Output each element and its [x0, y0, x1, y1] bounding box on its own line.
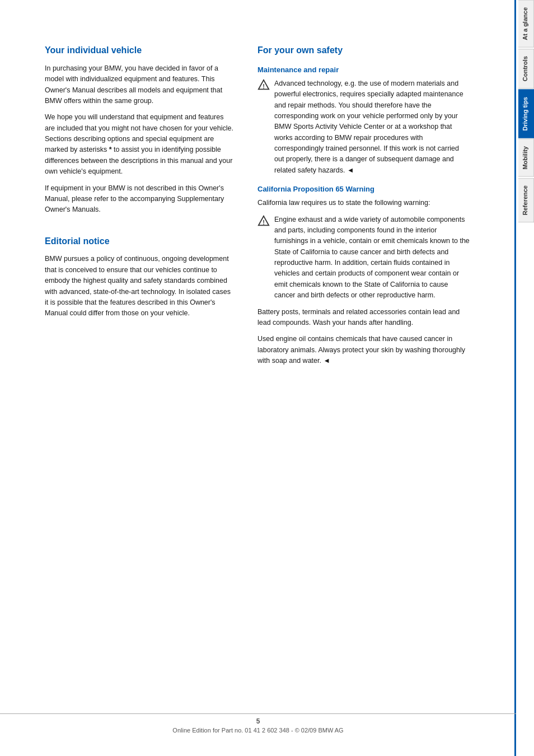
- page-footer: 5 Online Edition for Part no. 01 41 2 60…: [0, 713, 516, 734]
- editorial-notice-title: Editorial notice: [45, 236, 235, 248]
- back-ref-2: ◄: [321, 357, 330, 365]
- svg-text:!: !: [263, 82, 265, 89]
- editorial-notice-section: Editorial notice BMW pursues a policy of…: [45, 236, 235, 319]
- sidebar-tab-at-a-glance[interactable]: At a glance: [518, 0, 534, 48]
- warning-triangle-icon-2: !: [257, 215, 270, 227]
- maintenance-warning-text: Advanced technology, e.g. the use of mod…: [274, 78, 470, 176]
- your-individual-vehicle-para2: We hope you will understand that equipme…: [45, 112, 235, 177]
- back-ref-1: ◄: [345, 166, 354, 174]
- engine-oil-para: Used engine oil contains chemicals that …: [257, 334, 470, 366]
- page-container: At a glance Controls Driving tips Mobili…: [0, 0, 534, 756]
- battery-para: Battery posts, terminals and related acc…: [257, 307, 470, 329]
- sidebar-tab-driving-tips[interactable]: Driving tips: [518, 90, 534, 138]
- left-column: Your individual vehicle In purchasing yo…: [45, 45, 235, 372]
- page-number: 5: [0, 717, 516, 725]
- california-prop65-subtitle: California Proposition 65 Warning: [257, 185, 470, 193]
- right-column: For your own safety Maintenance and repa…: [257, 45, 470, 372]
- sidebar-tab-controls[interactable]: Controls: [518, 49, 534, 88]
- california-warning-block: ! Engine exhaust and a wide variety of a…: [257, 214, 470, 301]
- main-content: Your individual vehicle In purchasing yo…: [0, 0, 516, 756]
- warning-triangle-icon: !: [257, 79, 270, 91]
- footer-copyright: Online Edition for Part no. 01 41 2 602 …: [172, 727, 343, 734]
- editorial-notice-para: BMW pursues a policy of continuous, ongo…: [45, 254, 235, 319]
- california-warning-text: Engine exhaust and a wide variety of aut…: [274, 214, 470, 301]
- your-individual-vehicle-para3: If equipment in your BMW is not describe…: [45, 183, 235, 216]
- sidebar: At a glance Controls Driving tips Mobili…: [516, 0, 534, 756]
- asterisk-mark: *: [109, 146, 112, 153]
- your-individual-vehicle-section: Your individual vehicle In purchasing yo…: [45, 45, 235, 216]
- sidebar-tab-reference[interactable]: Reference: [518, 178, 534, 222]
- svg-text:!: !: [263, 218, 265, 225]
- your-individual-vehicle-para1: In purchasing your BMW, you have decided…: [45, 63, 235, 107]
- sidebar-tab-mobility[interactable]: Mobility: [518, 139, 534, 177]
- for-your-own-safety-title: For your own safety: [257, 45, 470, 57]
- california-intro: California law requires us to state the …: [257, 198, 470, 208]
- your-individual-vehicle-title: Your individual vehicle: [45, 45, 235, 57]
- maintenance-repair-subtitle: Maintenance and repair: [257, 66, 470, 74]
- two-column-layout: Your individual vehicle In purchasing yo…: [45, 45, 488, 372]
- maintenance-warning-block: ! Advanced technology, e.g. the use of m…: [257, 78, 470, 176]
